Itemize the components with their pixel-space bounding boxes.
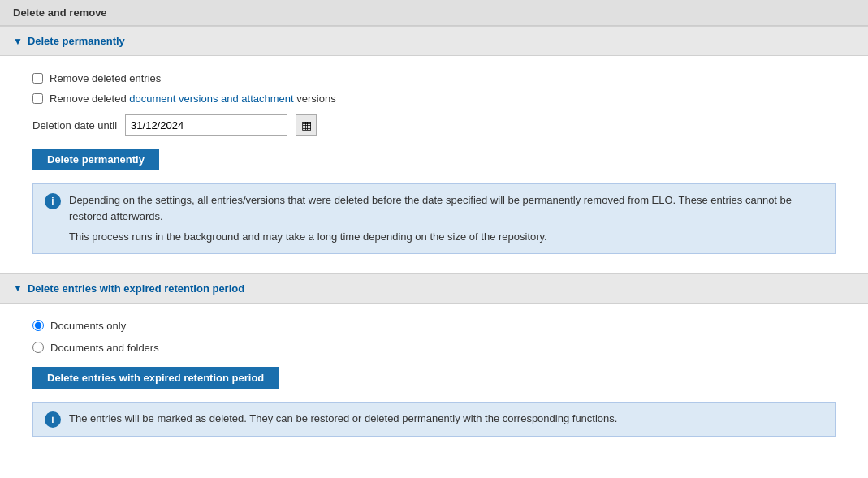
section2-info-text: The entries will be marked as deleted. T… (69, 411, 617, 427)
delete-expired-retention-button[interactable]: Delete entries with expired retention pe… (32, 367, 279, 389)
section2-content: Documents only Documents and folders Del… (0, 304, 868, 453)
section1-info-text: Depending on the settings, all entries/v… (69, 192, 823, 245)
section1-header[interactable]: ▼ Delete permanently (0, 26, 868, 56)
radio1-row: Documents only (32, 320, 836, 332)
remove-deleted-entries-checkbox[interactable] (32, 73, 43, 84)
checkbox2-label-before: Remove deleted (50, 93, 129, 105)
checkbox2-label-after: versions (294, 93, 336, 105)
documents-and-folders-radio[interactable] (32, 342, 44, 353)
radio2-row: Documents and folders (32, 342, 836, 354)
delete-permanently-button[interactable]: Delete permanently (32, 149, 159, 170)
checkbox2-label: Remove deleted document versions and att… (50, 93, 336, 105)
radio2-label: Documents and folders (50, 342, 159, 354)
checkbox1-label: Remove deleted entries (50, 72, 161, 84)
section2-chevron-icon: ▼ (13, 282, 23, 294)
info-icon-2: i (45, 411, 61, 428)
info-line1: Depending on the settings, all entries/v… (69, 192, 823, 224)
section1-info-box: i Depending on the settings, all entries… (32, 183, 836, 254)
section2-title: Delete entries with expired retention pe… (28, 282, 244, 295)
checkbox2-row: Remove deleted document versions and att… (32, 93, 836, 105)
page-title: Delete and remove (0, 0, 868, 26)
documents-only-radio[interactable] (32, 320, 44, 331)
section2-info-box: i The entries will be marked as deleted.… (32, 402, 836, 437)
section1-title: Delete permanently (28, 35, 125, 47)
calendar-button[interactable]: ▦ (296, 114, 317, 136)
deletion-date-input[interactable] (125, 114, 287, 136)
info-icon: i (45, 193, 61, 209)
section1-chevron-icon: ▼ (13, 36, 23, 47)
info-line2: This process runs in the background and … (69, 229, 823, 245)
checkbox1-row: Remove deleted entries (32, 72, 836, 84)
section2-header[interactable]: ▼ Delete entries with expired retention … (0, 273, 868, 304)
date-label: Deletion date until (32, 119, 117, 131)
date-row: Deletion date until ▦ (32, 114, 836, 136)
document-versions-link[interactable]: document versions and attachment (129, 93, 293, 105)
remove-deleted-versions-checkbox[interactable] (32, 93, 43, 104)
section1-content: Remove deleted entries Remove deleted do… (0, 56, 868, 270)
radio1-label: Documents only (50, 320, 126, 332)
